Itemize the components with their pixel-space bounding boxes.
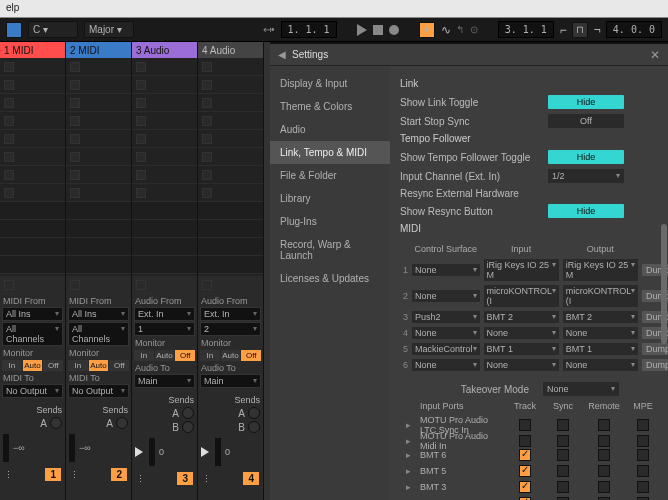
volume-fader[interactable] (3, 434, 9, 462)
mpe-checkbox[interactable] (637, 449, 649, 461)
track-checkbox[interactable] (519, 435, 531, 447)
input-channel[interactable]: 1 (134, 322, 195, 336)
reenable-automation-icon[interactable]: ↰ (456, 24, 464, 35)
clip-slot[interactable] (0, 220, 65, 238)
settings-nav-item[interactable]: File & Folder (270, 164, 390, 187)
midi-in-dropdown[interactable]: None (484, 359, 559, 371)
start-stop-sync-button[interactable]: Off (548, 114, 624, 128)
track-checkbox[interactable] (519, 481, 531, 493)
loop-toggle[interactable]: ⊓ (572, 22, 588, 38)
key-root-dropdown[interactable]: C ▾ (28, 21, 78, 38)
scrollbar-thumb[interactable] (661, 224, 667, 344)
clip-stop[interactable] (4, 134, 14, 144)
sync-checkbox[interactable] (557, 435, 569, 447)
stop-all[interactable] (4, 280, 14, 290)
mpe-checkbox[interactable] (637, 481, 649, 493)
output-type[interactable]: No Output (2, 384, 63, 398)
show-resync-button[interactable]: Hide (548, 204, 624, 218)
track-checkbox[interactable] (519, 419, 531, 431)
track-activator[interactable]: 3 (177, 472, 193, 485)
clip-stop[interactable] (4, 188, 14, 198)
record-button[interactable] (389, 25, 399, 35)
clip-stop[interactable] (4, 62, 14, 72)
clip-slot[interactable] (0, 238, 65, 256)
remote-checkbox[interactable] (598, 465, 610, 477)
bar-position[interactable]: 1. 1. 1 (281, 21, 337, 38)
sync-checkbox[interactable] (557, 419, 569, 431)
expand-icon[interactable]: ▸ (400, 450, 416, 460)
settings-nav-item[interactable]: Licenses & Updates (270, 267, 390, 290)
automation-icon[interactable]: ∿ (441, 23, 450, 37)
mpe-checkbox[interactable] (637, 465, 649, 477)
overdub-toggle[interactable]: + (419, 22, 435, 38)
send-a-knob[interactable] (182, 407, 194, 419)
punch-in-icon[interactable]: ⌐ (560, 23, 566, 37)
cs-dropdown[interactable]: None (412, 327, 480, 339)
volume-fader[interactable] (69, 434, 75, 462)
input-channel[interactable]: All Channels (2, 322, 63, 346)
input-channel[interactable]: 2 (200, 322, 261, 336)
send-b-knob[interactable] (182, 421, 194, 433)
menu-help[interactable]: elp (6, 2, 19, 13)
clip-stop[interactable] (4, 98, 14, 108)
track-header[interactable]: 2 MIDI (66, 42, 131, 58)
scale-toggle[interactable] (6, 22, 22, 38)
volume-fader[interactable] (149, 438, 155, 466)
midi-in-dropdown[interactable]: None (484, 327, 559, 339)
input-type[interactable]: All Ins (68, 307, 129, 321)
track-activator[interactable]: 2 (111, 468, 127, 481)
cs-dropdown[interactable]: None (412, 264, 480, 276)
takeover-dropdown[interactable]: None (543, 382, 619, 396)
expand-icon[interactable]: ▸ (400, 482, 416, 492)
track-play-icon[interactable] (135, 447, 143, 457)
output-type[interactable]: Main (134, 374, 195, 388)
loop-length[interactable]: 4. 0. 0 (606, 21, 662, 38)
settings-nav-item[interactable]: Audio (270, 118, 390, 141)
send-a-knob[interactable] (50, 417, 62, 429)
close-icon[interactable]: ✕ (650, 48, 660, 62)
volume-value[interactable]: −∞ (13, 443, 25, 453)
track-checkbox[interactable] (519, 449, 531, 461)
sync-checkbox[interactable] (557, 449, 569, 461)
settings-nav-item[interactable]: Library (270, 187, 390, 210)
back-icon[interactable]: ◀ (278, 49, 286, 60)
midi-in-dropdown[interactable]: iRig Keys IO 25 M (484, 259, 559, 281)
show-tempo-follower-button[interactable]: Hide (548, 150, 624, 164)
midi-out-dropdown[interactable]: BMT 1 (563, 343, 638, 355)
settings-nav-item[interactable]: Plug-Ins (270, 210, 390, 233)
clip-stop[interactable] (4, 116, 14, 126)
midi-out-dropdown[interactable]: BMT 2 (563, 311, 638, 323)
input-channel[interactable]: All Channels (68, 322, 129, 346)
track-activator[interactable]: 1 (45, 468, 61, 481)
midi-out-dropdown[interactable]: None (563, 327, 638, 339)
cs-dropdown[interactable]: Push2 (412, 311, 480, 323)
cs-dropdown[interactable]: None (412, 290, 480, 302)
monitor-radio[interactable]: InAutoOff (1, 359, 64, 372)
os-menubar[interactable]: elp (0, 0, 668, 18)
sync-checkbox[interactable] (557, 465, 569, 477)
track-header[interactable]: 1 MIDI (0, 42, 65, 58)
mpe-checkbox[interactable] (637, 419, 649, 431)
expand-icon[interactable]: ▸ (400, 466, 416, 476)
follow-icon[interactable]: ↤• (263, 24, 275, 35)
remote-checkbox[interactable] (598, 481, 610, 493)
remote-checkbox[interactable] (598, 435, 610, 447)
settings-nav-item[interactable]: Display & Input (270, 72, 390, 95)
clip-stop[interactable] (4, 80, 14, 90)
track-play-icon[interactable] (201, 447, 209, 457)
clip-slot[interactable] (0, 256, 65, 274)
expand-icon[interactable]: ▸ (400, 436, 416, 446)
remote-checkbox[interactable] (598, 449, 610, 461)
midi-out-dropdown[interactable]: None (563, 359, 638, 371)
send-a-knob[interactable] (248, 407, 260, 419)
clip-stop[interactable] (4, 152, 14, 162)
dump-button[interactable]: Dump (642, 343, 668, 355)
midi-in-dropdown[interactable]: BMT 2 (484, 311, 559, 323)
dump-button[interactable]: Dump (642, 359, 668, 371)
key-scale-dropdown[interactable]: Major ▾ (84, 21, 134, 38)
track-checkbox[interactable] (519, 465, 531, 477)
cs-dropdown[interactable]: None (412, 359, 480, 371)
stop-button[interactable] (373, 25, 383, 35)
clip-stop[interactable] (4, 170, 14, 180)
output-type[interactable]: Main (200, 374, 261, 388)
